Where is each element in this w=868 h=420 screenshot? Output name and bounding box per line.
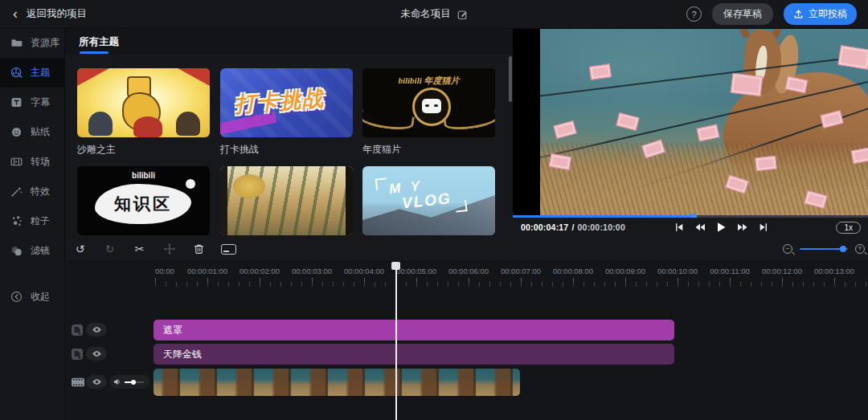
timeline-area[interactable]: 00:00 00:00:01:00 00:00:02:00 00:00:03:0… bbox=[65, 262, 868, 420]
total-time: 00:00:10:00 bbox=[578, 222, 625, 232]
collapse-label: 收起 bbox=[31, 290, 50, 304]
publish-button[interactable]: 立即投稿 bbox=[784, 3, 857, 25]
redo-button[interactable]: ↻ bbox=[95, 243, 125, 255]
back-to-projects-button[interactable]: ‹ 返回我的项目 bbox=[0, 7, 87, 21]
active-tab-underline bbox=[80, 51, 108, 54]
theme-thumbnail: M Y VLOG bbox=[362, 166, 495, 235]
eye-icon bbox=[92, 350, 102, 357]
ruler-label: 00:00:02:00 bbox=[240, 267, 280, 275]
delete-button[interactable] bbox=[184, 243, 214, 255]
banknote bbox=[553, 120, 577, 139]
edit-title-icon[interactable] bbox=[457, 9, 468, 20]
sidebar-item-transitions[interactable]: 转场 bbox=[0, 147, 64, 177]
ruler-label: 00:00:13:00 bbox=[814, 267, 854, 275]
tab-all-themes[interactable]: 所有主题 bbox=[79, 35, 119, 49]
track-visibility-toggle[interactable] bbox=[86, 323, 107, 336]
split-button[interactable]: ✂ bbox=[125, 243, 154, 255]
ruler-label: 00:00:06:00 bbox=[448, 267, 489, 275]
decor-ribbon bbox=[362, 109, 415, 132]
video-editor-app: ‹ 返回我的项目 未命名项目 ? 保存草稿 立即投稿 资源库 主题 字幕 bbox=[0, 0, 868, 420]
decor-eye bbox=[425, 104, 429, 107]
undo-icon: ↺ bbox=[76, 243, 85, 255]
theme-card-vlog[interactable]: M Y VLOG bbox=[362, 166, 495, 235]
time-separator: / bbox=[571, 222, 574, 232]
current-time: 00:00:04:17 bbox=[521, 222, 568, 232]
decor-bracket bbox=[375, 177, 387, 190]
track-visibility-toggle[interactable] bbox=[86, 375, 107, 389]
collapse-sidebar-button[interactable]: 收起 bbox=[0, 282, 64, 312]
publish-label: 立即投稿 bbox=[809, 7, 847, 21]
theme-title: 打卡挑战 bbox=[220, 143, 259, 157]
themes-tab-bar: 所有主题 bbox=[65, 28, 513, 55]
magic-wand-icon bbox=[10, 185, 23, 198]
fast-forward-button[interactable] bbox=[737, 222, 748, 232]
panel-scrollbar[interactable] bbox=[509, 56, 512, 102]
sidebar-item-library[interactable]: 资源库 bbox=[0, 28, 64, 58]
ruler-label: 00:00:07:00 bbox=[501, 267, 541, 275]
back-label: 返回我的项目 bbox=[27, 7, 87, 21]
playhead[interactable] bbox=[395, 262, 397, 420]
help-button[interactable]: ? bbox=[686, 6, 702, 22]
play-button[interactable] bbox=[716, 222, 727, 233]
undo-button[interactable]: ↺ bbox=[65, 243, 95, 255]
sidebar-item-effects[interactable]: 特效 bbox=[0, 177, 64, 206]
theme-card-maopian[interactable]: bilibili 年度猫片 bbox=[362, 68, 495, 137]
tv-face-icon bbox=[422, 99, 441, 113]
transition-icon bbox=[10, 155, 23, 169]
eye-icon bbox=[92, 378, 102, 385]
decor-dot bbox=[186, 179, 195, 189]
sidebar-item-filters[interactable]: 滤镜 bbox=[0, 236, 64, 266]
effect-clip-mask[interactable]: 遮罩 bbox=[154, 320, 674, 340]
decor-figure bbox=[176, 112, 200, 136]
sidebar-item-subtitles[interactable]: 字幕 bbox=[0, 88, 64, 117]
zoom-in-icon[interactable]: + bbox=[855, 244, 865, 254]
zoom-slider-handle[interactable] bbox=[840, 246, 846, 252]
playhead-handle[interactable] bbox=[391, 262, 400, 270]
sidebar-item-label: 转场 bbox=[31, 155, 50, 169]
ruler-label: 00:00:12:00 bbox=[762, 267, 802, 275]
theme-card-shadiao[interactable] bbox=[77, 68, 210, 137]
thumbnail-text-line: VLOG bbox=[401, 190, 452, 211]
effect-clip-money[interactable]: 天降金钱 bbox=[154, 344, 674, 365]
playback-controls-bar: 00:00:04:17 / 00:00:10:00 1x bbox=[513, 218, 868, 237]
sidebar-item-themes[interactable]: 主题 bbox=[0, 58, 64, 88]
scissors-icon: ✂ bbox=[135, 243, 145, 255]
timeline-zoom-controls: − + bbox=[783, 244, 868, 254]
skip-end-button[interactable] bbox=[759, 222, 768, 232]
ruler-label: 00:00:08:00 bbox=[553, 267, 593, 275]
theme-card-daka[interactable]: 打卡挑战 bbox=[220, 68, 353, 137]
zoom-out-icon[interactable]: − bbox=[783, 244, 792, 254]
ruler-minor-ticks bbox=[155, 282, 866, 287]
track-volume-control[interactable] bbox=[109, 375, 149, 389]
sidebar-item-stickers[interactable]: 贴纸 bbox=[0, 117, 64, 147]
rewind-button[interactable] bbox=[694, 222, 706, 232]
decor-eye bbox=[434, 104, 438, 107]
transport-controls bbox=[674, 222, 768, 233]
timeline-zoom-slider[interactable] bbox=[800, 248, 848, 250]
banknote bbox=[755, 156, 777, 172]
decor-corner bbox=[77, 68, 109, 86]
theme-card-zhishiqu[interactable]: bilibili 知识区 bbox=[77, 166, 210, 235]
sidebar-item-particles[interactable]: 粒子 bbox=[0, 206, 64, 236]
sidebar-item-label: 粒子 bbox=[31, 214, 50, 228]
theme-card-classroom[interactable] bbox=[220, 166, 353, 235]
caption-button[interactable] bbox=[214, 244, 244, 255]
skip-start-button[interactable] bbox=[674, 222, 684, 232]
video-clip[interactable] bbox=[154, 369, 520, 396]
theme-thumbnail: 打卡挑战 bbox=[220, 68, 353, 137]
track-visibility-toggle[interactable] bbox=[86, 347, 107, 361]
top-bar: ‹ 返回我的项目 未命名项目 ? 保存草稿 立即投稿 bbox=[0, 0, 868, 29]
top-bar-actions: ? 保存草稿 立即投稿 bbox=[686, 3, 868, 25]
banknote bbox=[697, 124, 720, 141]
decor-figure bbox=[133, 116, 162, 137]
playback-speed-button[interactable]: 1x bbox=[836, 222, 861, 234]
theme-thumbnail: bilibili 年度猫片 bbox=[362, 68, 495, 137]
decor-figure bbox=[88, 112, 113, 136]
theme-thumbnail bbox=[77, 68, 210, 137]
video-track-icon bbox=[71, 376, 85, 392]
help-glyph: ? bbox=[691, 10, 696, 19]
volume-slider[interactable] bbox=[125, 381, 144, 383]
save-draft-button[interactable]: 保存草稿 bbox=[712, 3, 773, 25]
volume-handle[interactable] bbox=[131, 380, 136, 385]
move-button[interactable] bbox=[154, 243, 184, 255]
